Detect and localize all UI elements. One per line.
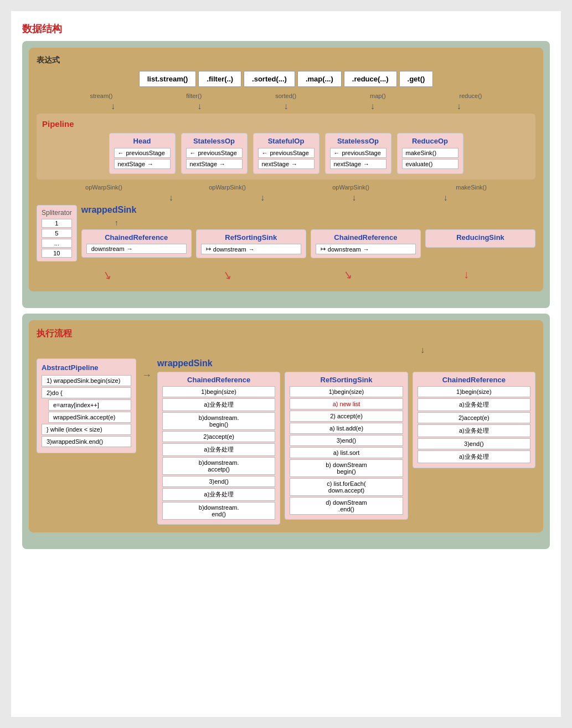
right-arrow-icon4: → xyxy=(363,161,369,167)
stateless1-field-next: nextStage → xyxy=(186,159,243,169)
exec-node-refsorting: RefSortingSink 1)begin(size) a) new list… xyxy=(285,372,408,520)
expr-box-5: .get() xyxy=(399,71,434,87)
exec-connector-arrow: → xyxy=(142,358,152,381)
dashed-connectors: ↘ ↘ ↘ ↓ xyxy=(37,266,535,284)
sink-node-refsorting: RefSortingSink ↦ downstream → xyxy=(196,229,306,258)
exec-chained1-item-0: 1)begin(size) xyxy=(162,386,275,397)
pipeline-label: Pipeline xyxy=(42,119,530,129)
stateful-field-next: nextStage → xyxy=(258,159,315,169)
arrow-label-reduce: reduce() xyxy=(460,93,482,99)
exec-chained1-item-8: b)downstream.end() xyxy=(162,502,275,520)
stateful-field-prev: ← previousStage xyxy=(258,148,315,158)
exec-chained2-item-1: a)业务处理 xyxy=(418,398,530,411)
expression-pipeline-box: 表达式 list.stream() .filter(..) .sorted(..… xyxy=(29,48,543,291)
refsorting-title: RefSortingSink xyxy=(201,233,301,242)
exec-chained2-item-4: 3)end() xyxy=(418,438,530,449)
down-arrow-1: ↓ xyxy=(197,101,202,111)
execution-box: 执行流程 ↓ AbstractPipeline 1) wrappedSink.b… xyxy=(29,320,543,532)
spliterator-item-1: 1 xyxy=(42,219,72,228)
pipeline-section: Pipeline Head ← previousStage nextStage … xyxy=(37,114,535,180)
down-arrow-3: ↓ xyxy=(370,101,375,111)
stateless2-field-next: nextStage → xyxy=(330,159,387,169)
exec-chained2-item-2: 2)accept(e) xyxy=(418,412,530,423)
exec-refsorting-item-3: a) list.add(e) xyxy=(290,423,403,434)
chained2-downstream: ↦ downstream → xyxy=(316,244,416,254)
statelessop1-title: StatelessOp xyxy=(186,137,243,145)
abstract-pipeline-box: AbstractPipeline 1) wrappedSink.begin(si… xyxy=(37,358,136,453)
exec-wrapped-label: wrappedSink xyxy=(157,358,535,368)
spliterator-item-10: 10 xyxy=(42,249,72,258)
pipeline-node-stateful: StatefulOp ← previousStage nextStage → xyxy=(253,133,320,174)
statelessop2-title: StatelessOp xyxy=(330,137,387,145)
page-container: 数据结构 表达式 list.stream() .filter(..) .sort… xyxy=(11,11,561,717)
dashed-arrow-1: ↘ xyxy=(221,267,234,283)
wrapped-sink-top-area: wrappedSink ↑ ChainedReference downstrea… xyxy=(81,205,535,258)
spliterator-item-5: 5 xyxy=(42,229,72,238)
downstream-arr-left2: ↦ xyxy=(321,245,326,253)
chained2-title: ChainedReference xyxy=(316,233,416,242)
op-label-0: opWarpSink() xyxy=(85,184,122,191)
exec-refsorting-item-5: a) list.sort xyxy=(290,447,403,458)
wrapped-sink-top-label: wrappedSink xyxy=(81,205,535,215)
exec-node-chained1: ChainedReference 1)begin(size) a)业务处理 b)… xyxy=(157,372,280,525)
sink-nodes-row: ChainedReference downstream → RefSorting… xyxy=(81,229,535,258)
exec-nodes-row: ChainedReference 1)begin(size) a)业务处理 b)… xyxy=(157,372,535,525)
dashed-arrow-0: ↘ xyxy=(101,267,114,283)
abstract-pipeline-title: AbstractPipeline xyxy=(42,363,131,372)
right-arrow-icon3: → xyxy=(291,161,297,167)
ap-item-1: 2)do { xyxy=(42,387,131,398)
pipeline-node-reduceop: ReduceOp makeSink() evaluate() xyxy=(397,133,463,174)
reduceop-field-makesink: makeSink() xyxy=(402,148,458,158)
op-label-3: makeSink() xyxy=(456,184,487,191)
exec-chained1-item-4: a)业务处理 xyxy=(162,443,275,456)
head-field-prev: ← previousStage xyxy=(114,148,171,158)
left-arrow-icon2: ← xyxy=(190,150,196,156)
exec-refsorting-item-7: c) list.forEach(down.accept) xyxy=(290,478,403,496)
reducing-title: ReducingSink xyxy=(430,233,530,242)
ap-item-3: wrappedSink.accept(e) xyxy=(48,412,131,423)
exec-chained1-item-3: 2)accept(e) xyxy=(162,431,275,442)
arrow-labels-row: stream() filter() sorted() map() reduce(… xyxy=(37,93,535,99)
head-title: Head xyxy=(114,137,171,145)
head-field-next: nextStage → xyxy=(114,159,171,169)
pipeline-node-stateless2: StatelessOp ← previousStage nextStage → xyxy=(325,133,391,174)
downstream-arrow-1: → xyxy=(127,245,133,252)
pipeline-node-stateless1: StatelessOp ← previousStage nextStage → xyxy=(181,133,248,174)
stateless1-field-prev: ← previousStage xyxy=(186,148,243,158)
expr-box-1: .filter(..) xyxy=(198,71,241,87)
sink-node-chained2: ChainedReference ↦ downstream → xyxy=(311,229,421,258)
exec-chained2-item-0: 1)begin(size) xyxy=(418,386,530,397)
spliterator-title: Spliterator xyxy=(42,209,72,217)
exec-chained1-item-7: a)业务处理 xyxy=(162,488,275,501)
exec-section-label: 执行流程 xyxy=(37,328,535,340)
ap-item-5: 3)wrappedSink.end() xyxy=(42,436,131,447)
chained1-downstream: downstream → xyxy=(86,244,187,254)
spliterator-item-dots: ... xyxy=(42,239,72,248)
down-arrow-2: ↓ xyxy=(284,101,288,111)
left-arrow-icon3: ← xyxy=(262,150,268,156)
ap-item-0: 1) wrappedSink.begin(size) xyxy=(42,375,131,386)
op-labels: opWarpSink() opWarpSink() opWarpSink() m… xyxy=(37,184,535,191)
op-down-arrows: ↓ ↓ ↓ ↓ xyxy=(37,193,535,203)
arrow-label-filter: filter() xyxy=(186,93,202,99)
wrapped-sink-up-arrow: ↑ xyxy=(81,218,535,227)
sink-node-reducing: ReducingSink xyxy=(425,229,535,248)
ap-item-2: e=array[index++] xyxy=(48,399,131,411)
reduceop-field-evaluate: evaluate() xyxy=(402,159,458,169)
expr-box-4: .reduce(...) xyxy=(344,71,397,87)
arrow-label-stream: stream() xyxy=(90,93,112,99)
exec-inner: AbstractPipeline 1) wrappedSink.begin(si… xyxy=(37,358,535,525)
expression-row: list.stream() .filter(..) .sorted(...) .… xyxy=(37,71,535,87)
exec-chained2-item-5: a)业务处理 xyxy=(418,450,530,463)
dashed-arrow-2: ↘ xyxy=(342,268,354,283)
exec-node-chained2: ChainedReference 1)begin(size) a)业务处理 2)… xyxy=(413,372,535,468)
sink-row: Spliterator 1 5 ... 10 wrappedSink ↑ xyxy=(37,205,535,262)
exec-chained2-title: ChainedReference xyxy=(418,376,530,384)
pipeline-nodes: Head ← previousStage nextStage → Statele… xyxy=(42,133,530,174)
exec-chained2-item-3: a)业务处理 xyxy=(418,424,530,437)
exec-down-arrow: ↓ xyxy=(37,345,535,355)
ap-item-4: } while (index < size) xyxy=(42,424,131,435)
pipeline-node-head: Head ← previousStage nextStage → xyxy=(109,133,176,174)
exec-refsorting-item-8: d) downStream.end() xyxy=(290,497,403,515)
left-arrow-icon4: ← xyxy=(334,150,340,156)
